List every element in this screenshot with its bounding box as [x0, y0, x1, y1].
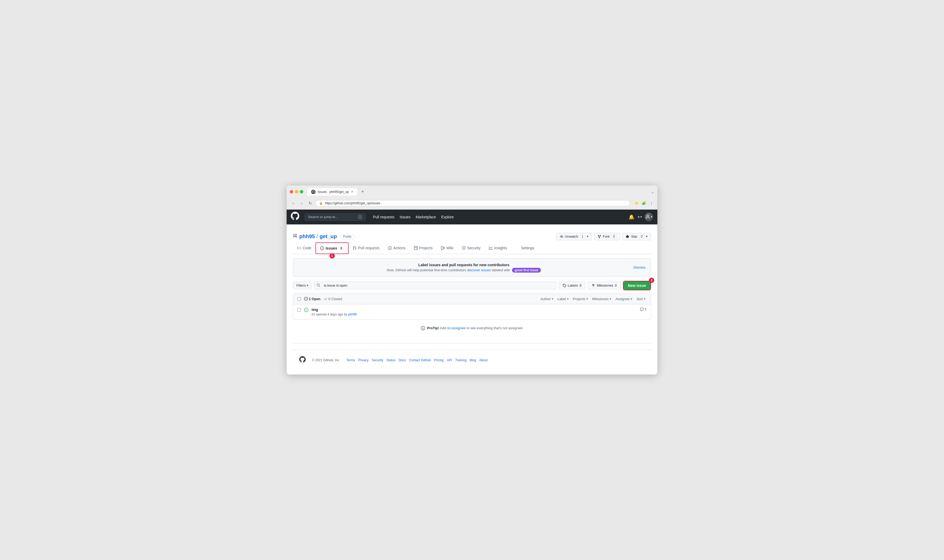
notification-bell[interactable]: 🔔	[628, 214, 635, 220]
banner-title: Label issues and pull requests for new c…	[299, 263, 629, 267]
banner-description: Now, GitHub will help potential first-ti…	[299, 268, 629, 272]
tab-code[interactable]: Code	[293, 243, 315, 254]
footer-pricing[interactable]: Pricing	[434, 358, 444, 362]
open-issues-text: 1 Open	[309, 297, 321, 301]
github-navbar: Search or jump to... / Pull requests Iss…	[287, 209, 657, 225]
close-button[interactable]	[290, 190, 293, 194]
new-issue-button[interactable]: New issue	[623, 282, 651, 290]
footer-links: Terms Privacy Security Status Docs Conta…	[347, 358, 487, 362]
footer-status[interactable]: Status	[386, 358, 395, 362]
milestones-filter[interactable]: Milestones ▾	[591, 296, 612, 302]
footer-terms[interactable]: Terms	[347, 358, 355, 362]
protip-suffix: to see everything that's not assigned.	[466, 326, 523, 330]
minimize-button[interactable]	[295, 190, 298, 194]
issue-title[interactable]: img	[312, 308, 637, 312]
select-all-checkbox[interactable]	[298, 297, 301, 301]
repo-icon	[293, 234, 297, 239]
issue-right: 5	[640, 308, 646, 311]
forward-button[interactable]: ›	[298, 200, 305, 207]
filters-button[interactable]: Filters ▾	[293, 282, 312, 289]
fullscreen-button[interactable]	[300, 190, 303, 194]
step-badge-1: 1	[330, 253, 335, 258]
unwatch-label: Unwatch	[565, 234, 578, 238]
issue-checkbox[interactable]	[298, 308, 301, 311]
tab-security-label: Security	[467, 246, 481, 250]
traffic-lights	[290, 190, 303, 194]
new-tab-button[interactable]: +	[359, 188, 366, 195]
fork-label: Fork	[603, 234, 610, 238]
tab-projects[interactable]: Projects	[410, 243, 437, 254]
sort-filter[interactable]: Sort ▾	[636, 296, 646, 302]
address-bar[interactable]: 🔒 https://github.com/phh95/get_up/issues	[315, 200, 630, 206]
nav-issues[interactable]: Issues	[398, 214, 412, 220]
closed-issues-count[interactable]: 0 Closed	[324, 297, 342, 301]
footer-security[interactable]: Security	[372, 358, 383, 362]
tab-settings[interactable]: Settings	[511, 243, 538, 254]
search-input-wrapper	[314, 282, 556, 289]
discover-issues-link[interactable]: discover issues	[467, 268, 491, 272]
issue-author-link[interactable]: phh95	[348, 312, 357, 316]
bookmark-icon[interactable]: ⭐	[634, 200, 639, 206]
dismiss-button[interactable]: Dismiss	[634, 265, 646, 269]
label-filter[interactable]: Label ▾	[557, 296, 570, 302]
nav-pull-requests[interactable]: Pull requests	[371, 214, 396, 220]
browser-tab[interactable]: Issues · phh95/get_up ✕	[307, 188, 357, 195]
tab-issues[interactable]: Issues 1	[315, 242, 348, 254]
tab-wiki-label: Wiki	[446, 246, 453, 250]
search-input[interactable]	[314, 282, 556, 289]
footer-blog[interactable]: Blog	[470, 358, 476, 362]
no-assignee-link[interactable]: no:assignee	[447, 326, 465, 330]
tab-pull-requests[interactable]: Pull requests	[349, 243, 384, 254]
footer-contact[interactable]: Contact GitHub	[409, 358, 431, 362]
labels-button[interactable]: Labels 9	[558, 282, 586, 289]
milestones-button[interactable]: Milestones 0	[588, 282, 621, 289]
unwatch-button[interactable]: Unwatch 1 ▾	[556, 233, 592, 240]
menu-icon[interactable]: ⋮	[648, 200, 654, 206]
tab-issues-label: Issues	[325, 246, 337, 250]
repo-name-link[interactable]: get_up	[319, 234, 337, 240]
star-button[interactable]: Star 0 ▾	[622, 233, 651, 240]
tab-insights[interactable]: Insights	[485, 243, 511, 254]
tab-actions[interactable]: Actions	[384, 243, 410, 254]
labels-label: Labels	[568, 283, 578, 288]
refresh-button[interactable]: ↻	[307, 200, 314, 207]
milestones-count: 0	[615, 283, 617, 288]
footer-training[interactable]: Training	[455, 358, 466, 362]
closed-issues-text: 0 Closed	[329, 297, 342, 301]
projects-filter[interactable]: Projects ▾	[572, 296, 589, 302]
issue-number: #1	[312, 312, 315, 316]
issue-comments[interactable]: 5	[640, 308, 646, 311]
filters-chevron: ▾	[307, 284, 308, 287]
footer-privacy[interactable]: Privacy	[358, 358, 369, 362]
repo-slash: /	[316, 234, 318, 240]
author-filter[interactable]: Author ▾	[539, 296, 554, 302]
back-button[interactable]: ‹	[290, 200, 297, 207]
extensions-icon[interactable]: 🧩	[641, 200, 647, 206]
footer-docs[interactable]: Docs	[399, 358, 406, 362]
user-avatar[interactable]: ▾	[645, 213, 653, 221]
repo-action-buttons: Unwatch 1 ▾ Fork 0 Star 0 ▾	[556, 233, 651, 240]
footer-api[interactable]: API	[447, 358, 452, 362]
tab-wiki[interactable]: Wiki	[437, 243, 457, 254]
tab-close-icon[interactable]: ✕	[351, 190, 353, 194]
banner-label-text: labeled with	[492, 268, 510, 272]
repo-owner-link[interactable]: phh95	[299, 234, 315, 240]
new-item-button[interactable]: +▾	[637, 215, 642, 219]
issues-count-badge: 1	[339, 246, 344, 250]
banner-desc-text: Now, GitHub will help potential first-ti…	[387, 268, 466, 272]
search-icon	[316, 283, 320, 288]
good-first-issue-tag: good first issue	[512, 268, 541, 272]
star-label: Star	[631, 234, 637, 238]
open-issues-count[interactable]: 1 Open	[304, 297, 321, 301]
nav-explore[interactable]: Explore	[439, 214, 456, 220]
search-box[interactable]: Search or jump to... /	[305, 213, 366, 221]
collapse-icon[interactable]: ⌄	[651, 190, 654, 194]
footer-about[interactable]: About	[479, 358, 487, 362]
fork-button[interactable]: Fork 0	[594, 233, 620, 240]
milestones-label: Milestones	[597, 283, 613, 288]
tab-security[interactable]: Security	[458, 243, 485, 254]
assignee-filter[interactable]: Assignee ▾	[614, 296, 633, 302]
github-logo[interactable]	[291, 212, 299, 222]
issues-list: 1 Open 0 Closed Author ▾ Label ▾	[293, 294, 651, 320]
nav-marketplace[interactable]: Marketplace	[413, 214, 438, 220]
